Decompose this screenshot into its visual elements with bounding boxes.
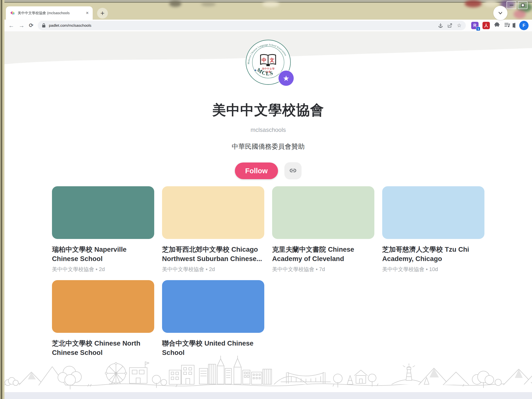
theme-art xyxy=(484,0,498,7)
card-title: 瑞柏中文學校 Naperville Chinese School xyxy=(52,245,154,263)
browser-window: 美中中文學校協會 (mclsaschools ✕ + ← → ⟳ padlet.… xyxy=(0,0,532,399)
install-app-button[interactable] xyxy=(437,22,444,29)
share-button[interactable] xyxy=(447,22,453,29)
card-cover xyxy=(272,186,374,239)
share-icon xyxy=(447,23,453,28)
extensions-menu-button[interactable] xyxy=(494,22,500,29)
card-title: 芝加哥西北郊中文學校 Chicago Northwest Suburban Ch… xyxy=(162,245,264,263)
card-meta: 美中中文學校協會 • 7d xyxy=(272,266,374,273)
extension-r-button[interactable]: R 1 xyxy=(471,22,479,29)
board-card[interactable]: 瑞柏中文學校 Naperville Chinese School 美中中文學校協… xyxy=(52,186,154,273)
side-panel-button[interactable] xyxy=(514,23,515,28)
card-grid: 瑞柏中文學校 Naperville Chinese School 美中中文學校協… xyxy=(52,186,484,357)
link-icon xyxy=(289,167,297,175)
side-panel-icon xyxy=(514,23,515,28)
board-logo[interactable]: Midwest Chinese Language School Associat… xyxy=(245,39,291,85)
extension-badge: 1 xyxy=(476,27,480,31)
padlet-favicon-icon xyxy=(10,10,15,16)
board-card[interactable]: 芝加哥西北郊中文學校 Chicago Northwest Suburban Ch… xyxy=(162,186,264,273)
logo-book-left-char: 中 xyxy=(262,57,266,63)
footer-skyline-illustration xyxy=(4,355,532,392)
extensions-cluster: R 1 人 F xyxy=(471,21,529,30)
card-title: 芝北中文學校 Chinese North Chinese School xyxy=(52,339,154,357)
cta-row: Follow xyxy=(4,162,532,179)
card-cover xyxy=(52,280,154,333)
lock-icon xyxy=(42,23,46,28)
minimize-icon xyxy=(510,5,513,5)
playlist-icon xyxy=(504,22,510,28)
new-tab-button[interactable]: + xyxy=(97,8,108,19)
media-queue-button[interactable] xyxy=(504,22,510,29)
follower-star-badge: ★ xyxy=(279,71,294,86)
address-bar[interactable]: padlet.com/mclsaschools ☆ xyxy=(38,21,466,30)
reload-button[interactable]: ⟳ xyxy=(29,22,33,29)
logo-book-right-char: 文 xyxy=(269,57,275,63)
board-card[interactable]: 聯合中文學校 United Chinese School xyxy=(162,280,264,357)
tab-close-icon[interactable]: ✕ xyxy=(84,10,90,16)
theme-art xyxy=(465,0,482,7)
browser-tab[interactable]: 美中中文學校協會 (mclsaschools ✕ xyxy=(6,6,93,20)
theme-art xyxy=(169,0,181,7)
forward-button[interactable]: → xyxy=(19,23,25,28)
card-meta: 美中中文學校協會 • 2d xyxy=(162,266,264,273)
puzzle-icon xyxy=(494,22,500,28)
board-title: 美中中文學校協會 xyxy=(4,101,532,120)
padlet-page: Midwest Chinese Language School Associat… xyxy=(4,31,532,399)
restore-icon xyxy=(521,4,524,7)
card-meta: 美中中文學校協會 • 10d xyxy=(382,266,484,273)
board-card[interactable]: 克里夫蘭中文書院 Chinese Academy of Cleveland 美中… xyxy=(272,186,374,273)
minimize-button[interactable] xyxy=(507,1,516,9)
board-card[interactable]: 芝北中文學校 Chinese North Chinese School xyxy=(52,280,154,357)
card-cover xyxy=(382,186,484,239)
board-card[interactable]: 芝加哥慈濟人文學校 Tzu Chi Academy, Chicago 美中中文學… xyxy=(382,186,484,273)
bookmark-button[interactable]: ☆ xyxy=(456,22,462,29)
card-meta: 美中中文學校協會 • 2d xyxy=(52,266,154,273)
card-cover xyxy=(162,186,264,239)
theme-art xyxy=(262,1,279,7)
profile-avatar[interactable]: F xyxy=(519,21,529,30)
footer-band xyxy=(4,392,532,399)
window-controls xyxy=(507,1,528,9)
copy-link-button[interactable] xyxy=(284,162,302,179)
back-button[interactable]: ← xyxy=(8,23,14,28)
url-text: padlet.com/mclsaschools xyxy=(49,23,91,28)
follow-button[interactable]: Follow xyxy=(235,162,278,179)
card-title: 克里夫蘭中文書院 Chinese Academy of Cleveland xyxy=(272,245,374,263)
card-cover xyxy=(162,280,264,333)
chevron-down-button[interactable] xyxy=(493,6,507,20)
star-badge-icon: ★ xyxy=(283,74,290,83)
chevron-down-icon xyxy=(497,10,503,16)
theme-art xyxy=(514,10,526,19)
tab-title: 美中中文學校協會 (mclsaschools xyxy=(18,11,84,15)
card-cover xyxy=(52,186,154,239)
window-left-border xyxy=(0,0,4,399)
board-header: Midwest Chinese Language School Associat… xyxy=(4,39,532,179)
theme-art xyxy=(201,2,216,6)
install-icon xyxy=(438,23,443,28)
restore-button[interactable] xyxy=(518,1,528,9)
pdf-extension-button[interactable]: 人 xyxy=(482,22,490,29)
browser-toolbar: ← → ⟳ padlet.com/mclsaschools ☆ xyxy=(4,20,532,31)
board-description: 中華民國僑務委員會贊助 xyxy=(4,142,532,151)
star-icon: ☆ xyxy=(457,23,462,28)
card-title: 聯合中文學校 United Chinese School xyxy=(162,339,264,357)
card-title: 芝加哥慈濟人文學校 Tzu Chi Academy, Chicago xyxy=(382,245,484,263)
board-username: mclsaschools xyxy=(4,126,532,133)
